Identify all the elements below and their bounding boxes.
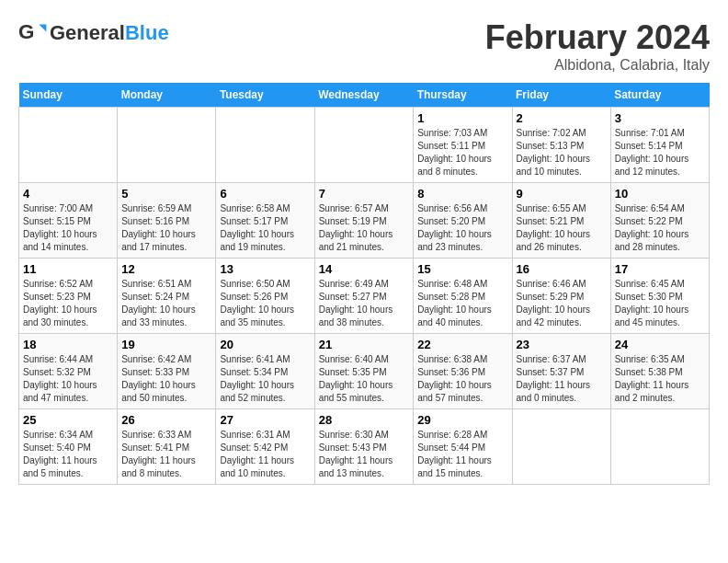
logo: G GeneralBlue — [18, 18, 169, 48]
calendar-cell: 16Sunrise: 6:46 AM Sunset: 5:29 PM Dayli… — [512, 259, 610, 334]
day-info: Sunrise: 7:02 AM Sunset: 5:13 PM Dayligh… — [517, 127, 607, 178]
calendar-cell: 1Sunrise: 7:03 AM Sunset: 5:11 PM Daylig… — [414, 108, 512, 183]
day-number: 3 — [615, 111, 705, 125]
day-info: Sunrise: 6:33 AM Sunset: 5:41 PM Dayligh… — [121, 429, 211, 480]
day-info: Sunrise: 6:34 AM Sunset: 5:40 PM Dayligh… — [23, 429, 113, 480]
day-info: Sunrise: 6:49 AM Sunset: 5:27 PM Dayligh… — [319, 278, 410, 329]
col-friday: Friday — [512, 83, 610, 108]
day-info: Sunrise: 6:41 AM Sunset: 5:34 PM Dayligh… — [220, 353, 310, 405]
day-info: Sunrise: 6:57 AM Sunset: 5:19 PM Dayligh… — [319, 202, 410, 254]
calendar-cell: 6Sunrise: 6:58 AM Sunset: 5:17 PM Daylig… — [216, 183, 314, 259]
day-info: Sunrise: 6:50 AM Sunset: 5:26 PM Dayligh… — [220, 278, 310, 329]
day-number: 21 — [319, 338, 410, 351]
calendar-cell: 7Sunrise: 6:57 AM Sunset: 5:19 PM Daylig… — [314, 183, 414, 259]
day-number: 8 — [417, 187, 507, 201]
calendar-cell: 10Sunrise: 6:54 AM Sunset: 5:22 PM Dayli… — [610, 183, 709, 259]
calendar-cell: 24Sunrise: 6:35 AM Sunset: 5:38 PM Dayli… — [610, 334, 709, 409]
calendar-cell: 17Sunrise: 6:45 AM Sunset: 5:30 PM Dayli… — [610, 259, 709, 334]
svg-marker-1 — [39, 24, 46, 31]
calendar-cell: 9Sunrise: 6:55 AM Sunset: 5:21 PM Daylig… — [512, 183, 610, 259]
day-info: Sunrise: 6:51 AM Sunset: 5:24 PM Dayligh… — [121, 278, 211, 329]
calendar-cell: 27Sunrise: 6:31 AM Sunset: 5:42 PM Dayli… — [216, 409, 314, 485]
calendar-cell: 15Sunrise: 6:48 AM Sunset: 5:28 PM Dayli… — [414, 259, 512, 334]
calendar-cell: 12Sunrise: 6:51 AM Sunset: 5:24 PM Dayli… — [118, 259, 216, 334]
day-info: Sunrise: 6:31 AM Sunset: 5:42 PM Dayligh… — [220, 429, 310, 480]
calendar-cell: 28Sunrise: 6:30 AM Sunset: 5:43 PM Dayli… — [314, 409, 414, 485]
day-number: 24 — [615, 338, 705, 351]
col-monday: Monday — [118, 83, 216, 108]
col-wednesday: Wednesday — [314, 83, 414, 108]
day-number: 7 — [319, 187, 410, 201]
calendar-cell: 21Sunrise: 6:40 AM Sunset: 5:35 PM Dayli… — [314, 334, 414, 409]
logo-icon: G — [18, 18, 48, 48]
logo-general: General — [50, 21, 125, 45]
page-header: G GeneralBlue February 2024 Albidona, Ca… — [18, 18, 710, 74]
col-thursday: Thursday — [414, 83, 512, 108]
day-number: 12 — [121, 262, 211, 276]
calendar-cell: 26Sunrise: 6:33 AM Sunset: 5:41 PM Dayli… — [118, 409, 216, 485]
day-info: Sunrise: 6:56 AM Sunset: 5:20 PM Dayligh… — [417, 202, 507, 254]
calendar-cell: 2Sunrise: 7:02 AM Sunset: 5:13 PM Daylig… — [512, 108, 610, 183]
day-number: 23 — [517, 338, 607, 351]
calendar-cell — [19, 108, 118, 183]
week-row: 1Sunrise: 7:03 AM Sunset: 5:11 PM Daylig… — [19, 108, 710, 183]
week-row: 4Sunrise: 7:00 AM Sunset: 5:15 PM Daylig… — [19, 183, 710, 259]
day-number: 26 — [121, 413, 211, 427]
calendar-cell: 29Sunrise: 6:28 AM Sunset: 5:44 PM Dayli… — [414, 409, 512, 485]
day-number: 4 — [23, 187, 113, 201]
day-info: Sunrise: 6:42 AM Sunset: 5:33 PM Dayligh… — [121, 353, 211, 405]
day-number: 27 — [220, 413, 310, 427]
calendar-cell: 3Sunrise: 7:01 AM Sunset: 5:14 PM Daylig… — [610, 108, 709, 183]
day-info: Sunrise: 6:45 AM Sunset: 5:30 PM Dayligh… — [615, 278, 705, 329]
day-number: 18 — [23, 338, 113, 351]
svg-text:G: G — [18, 20, 34, 43]
calendar-cell: 20Sunrise: 6:41 AM Sunset: 5:34 PM Dayli… — [216, 334, 314, 409]
day-number: 28 — [319, 413, 410, 427]
week-row: 11Sunrise: 6:52 AM Sunset: 5:23 PM Dayli… — [19, 259, 710, 334]
day-number: 16 — [517, 262, 607, 276]
day-number: 19 — [121, 338, 211, 351]
week-row: 18Sunrise: 6:44 AM Sunset: 5:32 PM Dayli… — [19, 334, 710, 409]
calendar-cell: 14Sunrise: 6:49 AM Sunset: 5:27 PM Dayli… — [314, 259, 414, 334]
day-number: 22 — [417, 338, 507, 351]
day-info: Sunrise: 6:46 AM Sunset: 5:29 PM Dayligh… — [517, 278, 607, 329]
day-number: 11 — [23, 262, 113, 276]
day-number: 10 — [615, 187, 705, 201]
calendar-cell — [118, 108, 216, 183]
day-info: Sunrise: 6:52 AM Sunset: 5:23 PM Dayligh… — [23, 278, 113, 329]
calendar-cell: 25Sunrise: 6:34 AM Sunset: 5:40 PM Dayli… — [19, 409, 118, 485]
day-info: Sunrise: 7:00 AM Sunset: 5:15 PM Dayligh… — [23, 202, 113, 254]
calendar-cell: 22Sunrise: 6:38 AM Sunset: 5:36 PM Dayli… — [414, 334, 512, 409]
day-number: 29 — [417, 413, 507, 427]
day-info: Sunrise: 7:03 AM Sunset: 5:11 PM Dayligh… — [417, 127, 507, 178]
day-number: 14 — [319, 262, 410, 276]
calendar-cell: 8Sunrise: 6:56 AM Sunset: 5:20 PM Daylig… — [414, 183, 512, 259]
calendar-header: Sunday Monday Tuesday Wednesday Thursday… — [19, 83, 710, 108]
col-tuesday: Tuesday — [216, 83, 314, 108]
day-info: Sunrise: 6:44 AM Sunset: 5:32 PM Dayligh… — [23, 353, 113, 405]
calendar-cell: 19Sunrise: 6:42 AM Sunset: 5:33 PM Dayli… — [118, 334, 216, 409]
day-info: Sunrise: 6:54 AM Sunset: 5:22 PM Dayligh… — [615, 202, 705, 254]
calendar-cell: 4Sunrise: 7:00 AM Sunset: 5:15 PM Daylig… — [19, 183, 118, 259]
calendar-table: Sunday Monday Tuesday Wednesday Thursday… — [18, 83, 710, 485]
day-info: Sunrise: 6:40 AM Sunset: 5:35 PM Dayligh… — [319, 353, 410, 405]
header-row: Sunday Monday Tuesday Wednesday Thursday… — [19, 83, 710, 108]
day-info: Sunrise: 6:30 AM Sunset: 5:43 PM Dayligh… — [319, 429, 410, 480]
logo-blue: Blue — [125, 21, 169, 45]
calendar-cell — [512, 409, 610, 485]
calendar-cell — [314, 108, 414, 183]
day-number: 9 — [517, 187, 607, 201]
col-sunday: Sunday — [19, 83, 118, 108]
day-info: Sunrise: 6:38 AM Sunset: 5:36 PM Dayligh… — [417, 353, 507, 405]
calendar-cell: 18Sunrise: 6:44 AM Sunset: 5:32 PM Dayli… — [19, 334, 118, 409]
calendar-cell — [610, 409, 709, 485]
day-number: 17 — [615, 262, 705, 276]
day-info: Sunrise: 6:55 AM Sunset: 5:21 PM Dayligh… — [517, 202, 607, 254]
month-title: February 2024 — [485, 18, 710, 57]
calendar-cell: 5Sunrise: 6:59 AM Sunset: 5:16 PM Daylig… — [118, 183, 216, 259]
day-number: 6 — [220, 187, 310, 201]
day-number: 13 — [220, 262, 310, 276]
calendar-cell: 11Sunrise: 6:52 AM Sunset: 5:23 PM Dayli… — [19, 259, 118, 334]
day-info: Sunrise: 6:37 AM Sunset: 5:37 PM Dayligh… — [517, 353, 607, 405]
week-row: 25Sunrise: 6:34 AM Sunset: 5:40 PM Dayli… — [19, 409, 710, 485]
